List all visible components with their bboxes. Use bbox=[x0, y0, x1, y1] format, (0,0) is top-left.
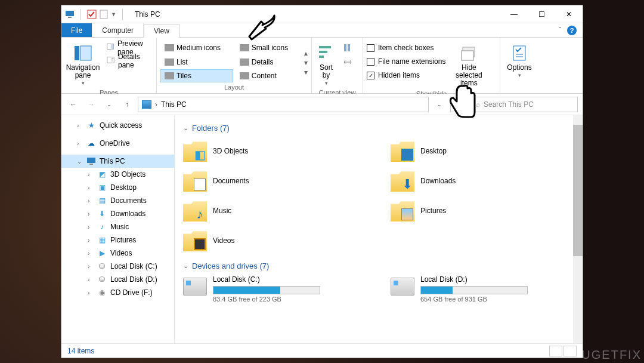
folder-desktop[interactable]: Desktop bbox=[391, 137, 574, 165]
tree-downloads[interactable]: ›⬇Downloads bbox=[61, 207, 174, 220]
devices-section-header[interactable]: Devices and drives (7) bbox=[183, 262, 574, 270]
tree-local-disk-c[interactable]: ›⛁Local Disk (C:) bbox=[61, 260, 174, 273]
svg-rect-3 bbox=[100, 10, 107, 19]
tab-file[interactable]: File bbox=[61, 23, 92, 37]
tree-onedrive[interactable]: ›☁OneDrive bbox=[61, 137, 174, 150]
sort-icon bbox=[317, 44, 336, 63]
address-bar[interactable]: › This PC bbox=[138, 97, 429, 112]
cube-icon: ◩ bbox=[97, 170, 107, 179]
qat-blank-icon[interactable] bbox=[99, 10, 109, 19]
scrollbar-thumb[interactable] bbox=[573, 125, 583, 256]
search-placeholder: Search This PC bbox=[484, 100, 534, 109]
drive-c[interactable]: Local Disk (C:) 83.4 GB free of 223 GB bbox=[183, 275, 367, 303]
options-icon bbox=[510, 44, 529, 63]
forward-button[interactable]: → bbox=[84, 97, 98, 112]
navigation-pane-icon bbox=[73, 44, 92, 63]
folder-downloads[interactable]: ⬇Downloads bbox=[391, 167, 574, 195]
doc-icon: ▤ bbox=[97, 196, 107, 205]
explorer-window: ▼ This PC — ☐ ✕ File Computer View ˆ ? N… bbox=[61, 5, 583, 358]
tree-videos[interactable]: ›▶Videos bbox=[61, 247, 174, 260]
svg-rect-15 bbox=[344, 44, 346, 51]
item-count: 14 items bbox=[67, 347, 94, 355]
watermark: UGETFIX bbox=[581, 348, 642, 362]
ribbon-tabs: File Computer View ˆ ? bbox=[61, 23, 583, 38]
address-pc-icon bbox=[142, 100, 151, 109]
svg-rect-5 bbox=[80, 46, 91, 60]
folder-pictures[interactable]: Pictures bbox=[391, 197, 574, 224]
tab-view[interactable]: View bbox=[144, 24, 179, 38]
add-columns-button[interactable] bbox=[340, 41, 355, 54]
qat-dropdown-icon[interactable]: ▼ bbox=[111, 11, 116, 17]
tree-documents[interactable]: ›▤Documents bbox=[61, 194, 174, 207]
folder-3d-objects[interactable]: ◧3D Objects bbox=[183, 137, 367, 165]
tree-pictures[interactable]: ›▦Pictures bbox=[61, 233, 174, 247]
maximize-button[interactable]: ☐ bbox=[528, 5, 555, 23]
layout-content[interactable]: Content bbox=[236, 69, 301, 82]
search-input[interactable]: ⌕ Search This PC bbox=[470, 97, 578, 112]
layout-tiles[interactable]: Tiles bbox=[160, 69, 233, 82]
folder-videos[interactable]: Videos bbox=[183, 227, 367, 254]
view-icons-button[interactable] bbox=[564, 346, 577, 356]
svg-rect-19 bbox=[513, 46, 525, 60]
layout-more[interactable]: ▾ bbox=[304, 68, 308, 76]
close-button[interactable]: ✕ bbox=[555, 5, 583, 23]
tree-quick-access[interactable]: ›★Quick access bbox=[61, 119, 174, 132]
svg-rect-13 bbox=[319, 51, 327, 53]
tab-computer[interactable]: Computer bbox=[92, 23, 144, 37]
details-pane-button[interactable]: Details pane bbox=[104, 54, 153, 67]
content-area: Folders (7) ◧3D Objects Desktop Document… bbox=[175, 115, 583, 343]
collapse-ribbon-icon[interactable]: ˆ bbox=[559, 26, 561, 35]
svg-rect-22 bbox=[87, 158, 95, 163]
address-dropdown-icon[interactable]: ⌄ bbox=[432, 97, 447, 112]
view-details-button[interactable] bbox=[549, 346, 562, 356]
help-icon[interactable]: ? bbox=[567, 26, 577, 35]
layout-scroll-down[interactable]: ▾ bbox=[304, 59, 308, 67]
folders-section-header[interactable]: Folders (7) bbox=[183, 124, 574, 133]
check-item-check-boxes[interactable]: Item check boxes bbox=[367, 41, 445, 54]
ribbon: Navigation pane ▾ Preview pane Details p… bbox=[61, 38, 583, 94]
layout-details[interactable]: Details bbox=[236, 56, 301, 69]
music-icon: ♪ bbox=[97, 222, 107, 232]
layout-list[interactable]: List bbox=[160, 56, 233, 69]
check-file-name-extensions[interactable]: File name extensions bbox=[367, 55, 445, 68]
star-icon: ★ bbox=[86, 121, 96, 130]
drive-icon bbox=[183, 278, 207, 296]
qat-checkbox-icon[interactable] bbox=[87, 10, 97, 19]
refresh-button[interactable]: ↻ bbox=[450, 97, 467, 112]
address-location: This PC bbox=[161, 100, 187, 109]
tree-cd-drive[interactable]: ›◉CD Drive (F:) bbox=[61, 286, 174, 299]
options-button[interactable]: Options▾ bbox=[504, 41, 535, 81]
drive-d[interactable]: Local Disk (D:) 654 GB free of 931 GB bbox=[391, 275, 574, 303]
tree-desktop[interactable]: ›▣Desktop bbox=[61, 181, 174, 194]
title-bar: ▼ This PC — ☐ ✕ bbox=[61, 5, 583, 23]
layout-medium-icons[interactable]: Medium icons bbox=[160, 41, 233, 54]
minimize-button[interactable]: — bbox=[500, 5, 528, 23]
search-icon: ⌕ bbox=[476, 100, 480, 109]
preview-pane-icon bbox=[107, 43, 114, 53]
up-button[interactable]: ↑ bbox=[120, 97, 134, 112]
video-icon: ▶ bbox=[97, 248, 107, 258]
tree-3d-objects[interactable]: ›◩3D Objects bbox=[61, 168, 174, 181]
layout-scroll-up[interactable]: ▴ bbox=[304, 49, 308, 57]
cloud-icon: ☁ bbox=[86, 139, 96, 148]
recent-dropdown[interactable]: ⌄ bbox=[102, 97, 116, 112]
layout-small-icons[interactable]: Small icons bbox=[236, 41, 301, 54]
desktop-icon: ▣ bbox=[97, 183, 107, 192]
svg-rect-7 bbox=[111, 44, 114, 50]
folder-music[interactable]: ♪Music bbox=[183, 197, 367, 224]
tree-local-disk-d[interactable]: ›⛁Local Disk (D:) bbox=[61, 273, 174, 286]
back-button[interactable]: ← bbox=[66, 97, 80, 112]
navigation-pane-button[interactable]: Navigation pane ▾ bbox=[65, 41, 101, 89]
svg-rect-1 bbox=[68, 17, 72, 18]
check-hidden-items[interactable]: ✓Hidden items bbox=[367, 69, 445, 82]
folder-documents[interactable]: Documents bbox=[183, 167, 367, 195]
svg-rect-16 bbox=[348, 44, 350, 51]
sort-by-button[interactable]: Sort by▾ bbox=[315, 41, 337, 89]
tree-this-pc[interactable]: ⌄This PC bbox=[61, 155, 174, 168]
svg-rect-18 bbox=[462, 51, 473, 60]
hide-selected-button[interactable]: Hide selected items bbox=[449, 41, 488, 90]
size-columns-button[interactable] bbox=[340, 56, 355, 69]
tree-music[interactable]: ›♪Music bbox=[61, 220, 174, 233]
svg-rect-4 bbox=[75, 46, 79, 60]
cd-icon: ◉ bbox=[97, 288, 107, 297]
